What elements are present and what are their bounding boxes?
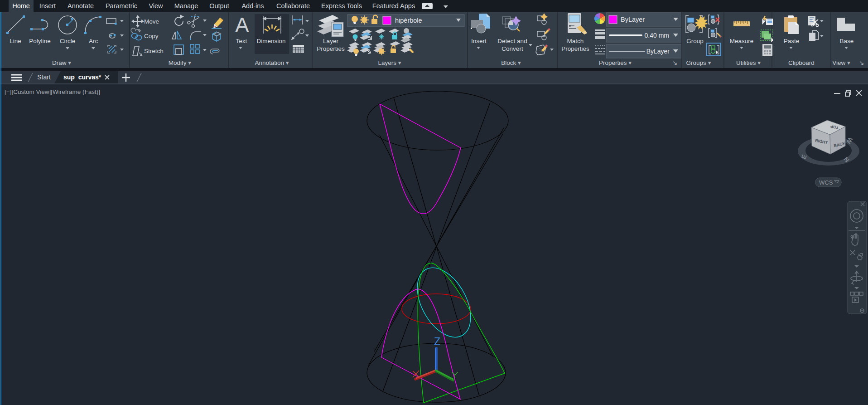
- svg-text:Z: Z: [434, 336, 440, 347]
- svg-text:WCS: WCS: [819, 179, 833, 186]
